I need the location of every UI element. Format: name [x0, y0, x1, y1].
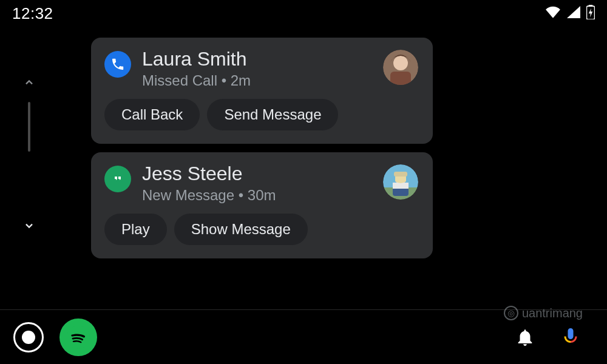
media-controls [90, 318, 285, 356]
cellular-icon [567, 6, 580, 21]
call-back-button[interactable]: Call Back [104, 99, 200, 130]
svg-point-12 [67, 326, 90, 349]
next-track-button[interactable] [246, 327, 267, 348]
app-launcher-button[interactable] [13, 322, 44, 352]
svg-rect-11 [394, 172, 407, 177]
avatar [383, 164, 418, 200]
svg-rect-10 [393, 183, 409, 189]
voice-assistant-button[interactable] [556, 326, 585, 349]
pager-track[interactable] [28, 102, 30, 152]
svg-rect-13 [189, 331, 192, 343]
pager-control[interactable] [17, 73, 41, 255]
notifications-button[interactable] [511, 326, 539, 348]
svg-rect-14 [195, 331, 199, 343]
notification-subtitle: New Message • 30m [142, 187, 419, 204]
hangouts-icon [104, 166, 131, 192]
phone-icon [104, 51, 131, 78]
status-bar: 12:32 [0, 0, 607, 27]
notification-card-missed-call[interactable]: Laura Smith Missed Call • 2m Call Back S… [91, 38, 433, 144]
notification-subtitle: Missed Call • 2m [142, 72, 419, 89]
svg-point-3 [393, 56, 408, 70]
show-message-button[interactable]: Show Message [174, 214, 308, 245]
battery-icon [586, 5, 595, 22]
play-button[interactable]: Play [104, 214, 167, 245]
circle-icon [22, 331, 35, 344]
bottom-bar [0, 309, 607, 364]
chevron-up-icon[interactable] [21, 73, 38, 90]
send-message-button[interactable]: Send Message [207, 99, 338, 130]
spotify-icon[interactable] [59, 318, 97, 356]
notification-title: Jess Steele [142, 163, 419, 184]
notification-card-new-message[interactable]: Jess Steele New Message • 30m Play Show … [91, 152, 433, 258]
previous-track-button[interactable] [120, 327, 141, 348]
chevron-down-icon[interactable] [21, 218, 38, 235]
pause-button[interactable] [183, 327, 204, 348]
status-icons [545, 5, 595, 22]
svg-rect-4 [390, 72, 411, 85]
wifi-icon [545, 6, 561, 21]
notification-title: Laura Smith [142, 49, 419, 70]
notification-list: Laura Smith Missed Call • 2m Call Back S… [91, 38, 433, 267]
avatar [383, 50, 418, 85]
status-clock: 12:32 [12, 4, 53, 23]
